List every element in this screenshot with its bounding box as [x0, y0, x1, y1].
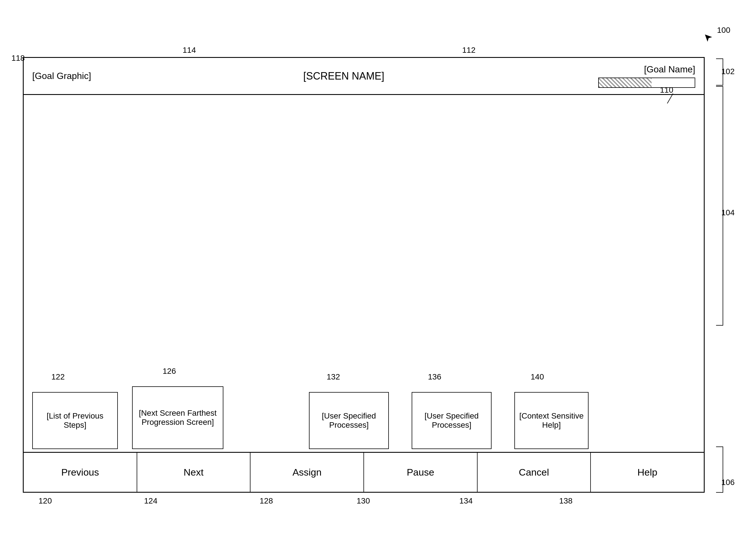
arrow-100-icon: ➤ — [700, 30, 715, 45]
bracket-106-bottom — [716, 492, 723, 493]
bracket-104-vert — [723, 86, 723, 325]
ref-106: 106 — [721, 478, 735, 487]
ref-104: 104 — [721, 208, 735, 217]
bracket-106-vert — [723, 446, 723, 493]
bracket-102-vert — [723, 58, 723, 86]
popup-cancel-processes: [User Specified Processes] — [412, 392, 492, 449]
ref-120: 120 — [39, 496, 52, 505]
ref-138: 138 — [559, 496, 573, 505]
ref-136: 136 — [428, 372, 441, 381]
popup-help-context: [Context Sensitive Help] — [514, 392, 589, 449]
ref-128: 128 — [260, 496, 273, 505]
popup-next-screen: [Next Screen Farthest Progression Screen… — [132, 386, 223, 449]
header-section: [Goal Graphic] [SCREEN NAME] [Goal Name] — [24, 58, 704, 95]
ref-112: 112 — [462, 46, 476, 55]
goal-name-label: [Goal Name] — [644, 64, 695, 75]
screen-name-label: [SCREEN NAME] — [106, 70, 581, 82]
previous-button[interactable]: Previous — [24, 453, 137, 492]
popup-previous-steps: [List of Previous Steps] — [32, 392, 118, 449]
ui-frame: [Goal Graphic] [SCREEN NAME] [Goal Name]… — [23, 57, 705, 493]
bracket-106-top — [716, 446, 723, 447]
ref-140: 140 — [531, 372, 544, 381]
ref-114: 114 — [183, 46, 196, 55]
bracket-102-bottom — [716, 85, 723, 86]
diagram-container: 100 ➤ [Goal Graphic] [SCREEN NAME] [Goal… — [11, 23, 739, 521]
goal-graphic-label: [Goal Graphic] — [32, 71, 106, 81]
ref-118: 118 — [11, 54, 25, 63]
content-section: [List of Previous Steps] [Next Screen Fa… — [24, 95, 704, 452]
ref-134: 134 — [459, 496, 473, 505]
ref-132: 132 — [327, 372, 340, 381]
pause-button[interactable]: Pause — [364, 453, 478, 492]
ref-100: 100 — [717, 26, 730, 35]
ref-110: 110 — [660, 86, 673, 95]
popup-pause-processes: [User Specified Processes] — [309, 392, 389, 449]
goal-area: [Goal Name] — [581, 64, 695, 88]
bracket-102-top — [716, 58, 723, 59]
next-button[interactable]: Next — [137, 453, 251, 492]
ref-130: 130 — [357, 496, 370, 505]
ref-122: 122 — [51, 372, 65, 381]
help-button[interactable]: Help — [591, 453, 704, 492]
ref-102: 102 — [721, 67, 735, 76]
cancel-button[interactable]: Cancel — [478, 453, 591, 492]
progress-bar — [598, 78, 695, 88]
assign-button[interactable]: Assign — [250, 453, 364, 492]
ref-124: 124 — [144, 496, 157, 505]
bracket-104-bottom — [716, 325, 723, 325]
bracket-104-top — [716, 86, 723, 87]
ref-126: 126 — [163, 367, 176, 376]
toolbar-section: Previous Next Assign Pause Cancel Help — [24, 452, 704, 492]
progress-bar-fill — [599, 78, 652, 87]
